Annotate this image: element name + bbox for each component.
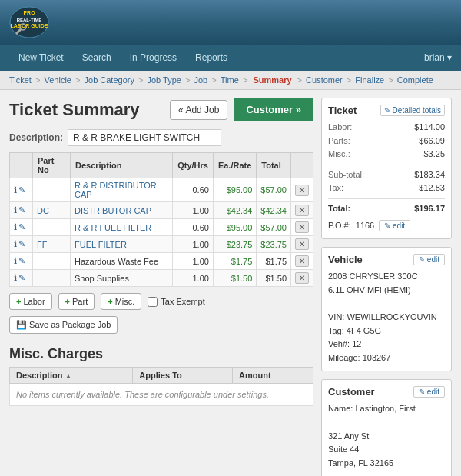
title-row: Ticket Summary « Add Job Customer » [9,98,313,121]
row-edit-icon[interactable]: ✎ [18,185,25,195]
vehicle-year-make-model: 2008 CHRYSLER 300C [328,270,445,284]
vehicle-card-header: Vehicle ✎ edit [328,254,445,265]
subtotal-row: Sub-total: $183.34 [328,168,445,182]
customer-card-body: Name: Lastington, First 321 Any St Suite… [328,402,445,476]
vehicle-edit-button[interactable]: ✎ edit [413,254,445,265]
nav-in-progress[interactable]: In Progress [121,49,186,66]
veh-value: 12 [352,339,361,348]
ticket-edit-button[interactable]: ✎ edit [379,220,410,231]
description-row: Description: R & R BRAKE LIGHT SWITCH [9,129,313,146]
row-total: $23.75 [257,236,291,253]
row-delete-button[interactable]: ✕ [295,205,309,216]
row-info-icon[interactable]: ℹ [14,205,17,215]
table-row: ℹ✎FFFUEL FILTER1.00$23.75$23.75✕ [10,236,313,253]
breadcrumb-complete[interactable]: Complete [397,75,433,85]
row-rate: $23.75 [213,236,256,253]
detailed-totals-button[interactable]: ✎ Detailed totals [380,105,445,116]
pono-row: P.O.#: 1166 ✎ edit [328,219,445,233]
breadcrumb-finalize[interactable]: Finalize [355,75,384,85]
row-delete-button[interactable]: ✕ [295,185,309,196]
breadcrumb-job-type[interactable]: Job Type [148,75,181,85]
misc-value: $3.25 [423,148,445,161]
breadcrumb-vehicle[interactable]: Vehicle [44,75,71,85]
row-edit-icon[interactable]: ✎ [18,222,25,232]
breadcrumb-customer[interactable]: Customer [306,75,343,85]
add-labor-button[interactable]: + Labor [9,293,52,310]
row-icon-cell: ℹ✎ [10,236,33,253]
col-header-partno: Part No [33,153,71,178]
tax-exempt-checkbox[interactable] [148,297,158,307]
tax-exempt-label[interactable]: Tax Exempt [148,297,204,307]
tag-value: 4F4 G5G [347,326,381,335]
row-delete-cell: ✕ [291,219,313,236]
logo-icon: PRO REAL-TIME LABOR GUIDE [9,6,49,38]
table-row: ℹ✎DCDISTRIBUTOR CAP1.00$42.34$42.34✕ [10,202,313,219]
table-row: ℹ✎Hazardous Waste Fee1.00$1.75$1.75✕ [10,253,313,270]
customer-edit-button[interactable]: ✎ edit [413,386,445,398]
pono-value: 1166 [356,219,374,233]
add-job-button[interactable]: « Add Job [170,100,227,120]
name-value: Lastington, First [355,404,415,413]
nav-reports[interactable]: Reports [186,49,237,66]
subtotal-label: Sub-total: [328,168,364,182]
row-qty: 0.60 [173,178,214,202]
nav-search[interactable]: Search [73,49,121,66]
row-edit-icon[interactable]: ✎ [18,273,25,283]
breadcrumb-time[interactable]: Time [221,75,239,85]
row-delete-button[interactable]: ✕ [295,255,309,267]
row-delete-cell: ✕ [291,253,313,270]
breadcrumb-job-category[interactable]: Job Category [85,75,134,85]
breadcrumb-ticket[interactable]: Ticket [9,75,32,85]
labor-label: Labor: [328,121,352,135]
row-icon-cell: ℹ✎ [10,219,33,236]
row-rate: $42.34 [213,202,256,219]
row-part-no [33,253,71,270]
row-description: Shop Supplies [70,270,172,287]
add-misc-button[interactable]: + Misc. [101,293,141,310]
customer-card-title: Customer [328,386,375,398]
row-qty: 1.00 [173,253,214,270]
row-icon-cell: ℹ✎ [10,178,33,202]
ticket-card: Ticket ✎ Detailed totals Labor: $114.00 … [321,98,452,239]
row-delete-button[interactable]: ✕ [295,272,309,284]
row-rate: $95.00 [213,219,256,236]
left-panel: Ticket Summary « Add Job Customer » Desc… [9,98,313,476]
row-total: $1.75 [257,253,291,270]
table-row: ℹ✎Shop Supplies1.00$1.50$1.50✕ [10,270,313,287]
row-info-icon[interactable]: ℹ [14,185,17,195]
row-description[interactable]: R & R DISTRIBUTOR CAP [70,178,172,202]
row-part-no [33,219,71,236]
nav-new-ticket[interactable]: New Ticket [9,49,73,66]
row-info-icon[interactable]: ℹ [14,239,17,249]
user-menu[interactable]: brian ▾ [415,49,461,66]
breadcrumb-job[interactable]: Job [194,75,208,85]
row-info-icon[interactable]: ℹ [14,222,17,232]
row-rate: $1.75 [213,253,256,270]
right-panel: Ticket ✎ Detailed totals Labor: $114.00 … [321,98,452,476]
vehicle-card-title: Vehicle [328,254,363,265]
row-edit-icon[interactable]: ✎ [18,239,25,249]
table-row: ℹ✎R & R FUEL FILTER0.60$95.00$57.00✕ [10,219,313,236]
row-description[interactable]: DISTRIBUTOR CAP [70,202,172,219]
row-description[interactable]: FUEL FILTER [70,236,172,253]
nav-links: New Ticket Search In Progress Reports [9,49,237,66]
row-delete-button[interactable]: ✕ [295,238,309,250]
row-total: $57.00 [257,219,291,236]
row-delete-button[interactable]: ✕ [295,221,309,233]
page-title: Ticket Summary [9,100,140,120]
col-header-icons [10,153,33,178]
row-info-icon[interactable]: ℹ [14,273,17,283]
row-edit-icon[interactable]: ✎ [18,205,25,215]
ticket-card-body: Labor: $114.00 Parts: $66.09 Misc.: $3.2… [328,121,445,232]
customer-name: Name: Lastington, First [328,402,445,416]
customer-card: Customer ✎ edit Name: Lastington, First … [321,379,452,476]
parts-value: $66.09 [419,135,445,148]
add-part-button[interactable]: + Part [58,293,95,310]
veh-label: Veh#: [328,339,350,348]
row-edit-icon[interactable]: ✎ [18,256,25,266]
parts-label: Parts: [328,135,350,148]
row-info-icon[interactable]: ℹ [14,256,17,266]
save-package-button[interactable]: 💾 Save as Package Job [9,316,118,334]
row-description[interactable]: R & R FUEL FILTER [70,219,172,236]
customer-button[interactable]: Customer » [234,98,313,121]
